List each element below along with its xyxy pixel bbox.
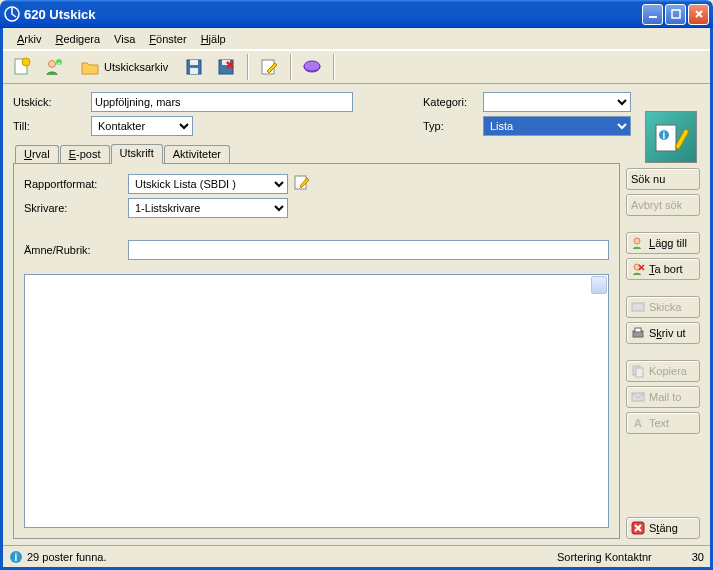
sok-nu-button[interactable]: Sök nu <box>626 168 700 190</box>
section-illustration: i <box>645 111 697 163</box>
tab-urval[interactable]: Urval <box>15 145 59 163</box>
status-info-icon: i <box>9 550 23 564</box>
typ-label: Typ: <box>423 120 483 132</box>
delete-icon[interactable] <box>213 54 239 80</box>
edit-icon[interactable] <box>256 54 282 80</box>
text-icon: A <box>631 416 645 430</box>
kopiera-button: Kopiera <box>626 360 700 382</box>
user-remove-icon <box>631 262 645 276</box>
menu-fonster[interactable]: Fönster <box>143 31 192 47</box>
close-button[interactable] <box>688 4 709 25</box>
svg-point-4 <box>22 58 30 66</box>
svg-point-15 <box>304 61 320 71</box>
mailto-button: Mail to <box>626 386 700 408</box>
send-icon <box>631 300 645 314</box>
action-sidebar: Sök nu Avbryt sök Lägg till Ta bort Skic… <box>626 144 700 539</box>
status-sort: Sortering Kontaktnr <box>557 551 652 563</box>
svg-text:i: i <box>663 130 666 141</box>
menu-redigera[interactable]: Redigera <box>49 31 106 47</box>
edit-report-icon[interactable] <box>294 175 310 193</box>
svg-text:+: + <box>57 60 61 66</box>
svg-text:A: A <box>634 417 642 429</box>
svg-rect-9 <box>190 60 198 65</box>
add-user-icon[interactable]: + <box>41 54 67 80</box>
tab-bar: Urval E-post Utskrift Aktiviteter <box>13 144 620 164</box>
till-select[interactable]: Kontakter <box>91 116 193 136</box>
save-icon[interactable] <box>181 54 207 80</box>
utskick-label: Utskick: <box>13 96 91 108</box>
lagg-till-button[interactable]: Lägg till <box>626 232 700 254</box>
menubar: Arkiv Redigera Visa Fönster Hjälp <box>3 28 710 50</box>
close-icon <box>631 521 645 535</box>
skicka-button: Skicka <box>626 296 700 318</box>
kategori-label: Kategori: <box>423 96 483 108</box>
menu-hjalp[interactable]: Hjälp <box>195 31 232 47</box>
tab-utskrift[interactable]: Utskrift <box>111 144 163 164</box>
stang-button[interactable]: Stäng <box>626 517 700 539</box>
body-textarea[interactable] <box>24 274 609 528</box>
utskicksarkiv-button[interactable]: Utskicksarkiv <box>73 54 175 80</box>
scrollbar-thumb[interactable] <box>591 276 607 294</box>
svg-text:i: i <box>15 552 18 563</box>
header-fields: Utskick: Kategori: Till: Kontakter Typ: … <box>3 84 710 144</box>
amne-input[interactable] <box>128 240 609 260</box>
status-count: 30 <box>692 551 704 563</box>
statusbar: i 29 poster funna. Sortering Kontaktnr 3… <box>3 545 710 567</box>
svg-rect-24 <box>635 328 641 332</box>
mail-icon <box>631 390 645 404</box>
maximize-button[interactable] <box>665 4 686 25</box>
status-message: 29 poster funna. <box>27 551 557 563</box>
menu-arkiv[interactable]: Arkiv <box>11 31 47 47</box>
new-document-icon[interactable] <box>9 54 35 80</box>
utskicksarkiv-label: Utskicksarkiv <box>104 61 168 73</box>
avbryt-sok-button: Avbryt sök <box>626 194 700 216</box>
ta-bort-button[interactable]: Ta bort <box>626 258 700 280</box>
svg-rect-10 <box>190 68 198 74</box>
kategori-select[interactable] <box>483 92 631 112</box>
tab-epost[interactable]: E-post <box>60 145 110 163</box>
skrivare-select[interactable]: 1-Listskrivare <box>128 198 288 218</box>
tab-panel-utskrift: Rapportformat: Utskick Lista (SBDI ) Skr… <box>13 163 620 539</box>
text-button: AText <box>626 412 700 434</box>
svg-rect-2 <box>672 10 680 18</box>
svg-rect-22 <box>632 303 644 311</box>
svg-rect-1 <box>649 16 657 18</box>
skriv-ut-button[interactable]: Skriv ut <box>626 322 700 344</box>
user-add-icon <box>631 236 645 250</box>
copy-icon <box>631 364 645 378</box>
svg-rect-26 <box>636 368 643 377</box>
menu-visa[interactable]: Visa <box>108 31 141 47</box>
amne-label: Ämne/Rubrik: <box>24 244 128 256</box>
minimize-button[interactable] <box>642 4 663 25</box>
svg-point-5 <box>49 61 56 68</box>
utskick-input[interactable] <box>91 92 353 112</box>
printer-icon <box>631 326 645 340</box>
titlebar: 620 Utskick <box>0 0 713 28</box>
till-label: Till: <box>13 120 91 132</box>
rapportformat-label: Rapportformat: <box>24 178 128 190</box>
help-icon[interactable] <box>299 54 325 80</box>
skrivare-label: Skrivare: <box>24 202 128 214</box>
tab-aktiviteter[interactable]: Aktiviteter <box>164 145 230 163</box>
rapportformat-select[interactable]: Utskick Lista (SBDI ) <box>128 174 288 194</box>
app-icon <box>4 6 20 22</box>
typ-select[interactable]: Lista <box>483 116 631 136</box>
toolbar: + Utskicksarkiv <box>3 50 710 84</box>
svg-point-20 <box>634 238 640 244</box>
window-title: 620 Utskick <box>24 7 642 22</box>
